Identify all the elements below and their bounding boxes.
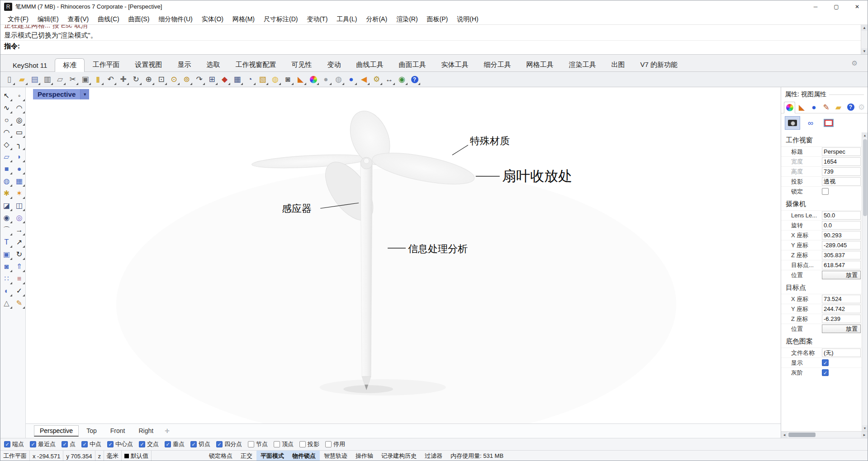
folder-tab-icon[interactable]: ▰ [833,101,844,113]
lamp-icon[interactable]: ◍ [269,73,281,85]
property-value[interactable]: 618.547 [822,261,861,269]
osnap-checkbox[interactable]: ✓ [81,441,88,447]
viewport-tab[interactable]: Right [133,425,159,437]
dimension-icon[interactable]: ↔ [383,73,395,85]
array-linear-icon[interactable]: ≡ [14,273,25,285]
render-sphere-blue-icon[interactable]: ● [345,73,357,85]
viewport-label-text[interactable]: Perspective [33,89,80,99]
menu-item[interactable]: 面板(P) [422,13,453,25]
property-checkbox[interactable]: ✓ [822,359,829,366]
status-cell[interactable]: 毫米 [104,451,122,461]
ribbon-tab[interactable]: KeyShot 11 [5,59,55,71]
display-mode-cone-icon[interactable]: ◣ [294,73,307,85]
property-value[interactable]: 305.837 [822,251,861,259]
ribbon-tab[interactable]: 曲线工具 [348,58,391,71]
detail-icon[interactable]: ▧ [256,73,269,85]
help-icon[interactable]: ? [408,73,421,85]
rectangle-icon[interactable]: ▭ [14,127,25,138]
osnap-checkbox[interactable]: ✓ [325,441,332,447]
menu-item[interactable]: 网格(M) [228,13,259,25]
extrude-icon[interactable]: ⇑ [14,261,25,273]
boolean-puzzle-icon[interactable]: ✱ [1,188,13,199]
new-file-icon[interactable]: ▯ [3,73,15,85]
hatch-brush-icon[interactable]: ✎ [14,297,25,309]
zoom-dynamic-icon[interactable]: ⊕ [142,73,155,85]
print-icon[interactable]: ▥ [41,73,53,85]
osnap-toggle[interactable]: ✓ 停用 [325,440,345,448]
zoom-window-icon[interactable]: ⊡ [155,73,167,85]
menu-item[interactable]: 实体(O) [197,13,228,25]
osnap-toggle[interactable]: ✓ 垂点 [165,440,185,448]
menu-item[interactable]: 细分物件(U) [154,13,197,25]
ribbon-tab[interactable]: 实体工具 [433,58,476,71]
ribbon-tab[interactable]: 选取 [199,58,228,71]
circles-overlap-icon[interactable]: ◎ [14,212,25,224]
status-cell[interactable]: x -294.571 [30,451,63,461]
viewport-props-icon[interactable] [785,116,800,130]
scale-icon[interactable]: ↗ [14,236,25,248]
perspective-viewport[interactable]: Perspective ▼ [26,87,781,423]
check-objects-icon[interactable]: ✓ [14,285,25,297]
cut-icon[interactable]: ✂ [66,73,79,85]
osnap-checkbox[interactable]: ✓ [30,441,36,447]
surface-grid-icon[interactable]: ▦ [14,175,25,187]
help-tab-icon[interactable]: ? [845,101,856,113]
osnap-toggle[interactable]: ✓ 投影 [299,440,319,448]
menu-item[interactable]: 尺寸标注(D) [259,13,302,25]
osnap-toggle[interactable]: ✓ 四分点 [216,440,242,448]
fillet-curve-icon[interactable]: ⌒ [1,224,13,236]
pan-icon[interactable]: ✚ [117,73,129,85]
color-wheel-icon[interactable] [307,73,319,85]
property-value[interactable]: 0.0 [822,221,861,230]
property-checkbox[interactable]: ✓ [822,369,829,376]
property-value[interactable]: -289.045 [822,241,861,249]
status-toggle[interactable]: 记录建构历史 [377,451,421,461]
osnap-checkbox[interactable]: ✓ [299,441,306,447]
osnap-toggle[interactable]: ✓ 顶点 [274,440,294,448]
osnap-checkbox[interactable]: ✓ [190,441,197,447]
menu-item[interactable]: 说明(H) [452,13,483,25]
paste-icon[interactable]: ▮ [92,73,104,85]
osnap-toggle[interactable]: ✓ 切点 [190,440,210,448]
property-checkbox[interactable]: ✓ [822,188,829,195]
point-icon[interactable]: ◦ [14,90,25,102]
earth-icon[interactable]: ◉ [396,73,408,85]
osnap-label[interactable]: 交点 [147,440,159,448]
osnap-label[interactable]: 节点 [256,440,268,448]
property-value[interactable]: 透视 [822,177,861,186]
open-file-icon[interactable]: ▰ [16,73,28,85]
osnap-label[interactable]: 垂点 [173,440,185,448]
cylinder-icon[interactable]: ◍ [1,175,13,187]
ribbon-tab[interactable]: 工作平面 [85,58,127,71]
panel-vertical-scrollbar[interactable]: ▲ ▼ [862,132,868,431]
osnap-label[interactable]: 点 [70,440,76,448]
ribbon-tab[interactable]: 标准 [55,58,85,72]
ribbon-tab[interactable]: 变动 [319,58,348,71]
lock-icon[interactable]: ◙ [282,73,294,85]
scroll-down-icon[interactable]: ▼ [861,48,868,54]
status-toggle[interactable]: 锁定格点 [205,451,237,461]
undo-view-icon[interactable]: ↷ [193,73,205,85]
status-cell[interactable]: 工作平面 [0,451,30,461]
property-value[interactable]: 90.293 [822,231,861,240]
viewport-label[interactable]: Perspective ▼ [33,89,89,99]
ribbon-tab[interactable]: 工作视窗配置 [228,58,284,71]
curve-through-points-icon[interactable]: ◠ [14,102,25,114]
ribbon-tab[interactable]: 网格工具 [518,58,561,71]
array-rect-icon[interactable]: ∷ [1,273,13,285]
explode-icon[interactable]: ✶ [14,188,25,199]
ribbon-tab[interactable]: 细分工具 [476,58,518,71]
panel-horizontal-scrollbar[interactable]: ◂ ▸ [781,431,868,438]
osnap-checkbox[interactable]: ✓ [216,441,223,447]
panel-gear-icon[interactable]: ⚙ [857,101,866,113]
status-toggle[interactable]: 操作轴 [351,451,377,461]
osnap-checkbox[interactable]: ✓ [139,441,145,447]
viewport-tab[interactable]: Front [104,425,131,437]
arc-icon[interactable]: ◠ [1,127,13,138]
zoom-extents-icon[interactable]: ⊚ [180,73,193,85]
circle-icon[interactable]: ○ [1,114,13,126]
options-gear-icon[interactable]: ⚙ [370,73,383,85]
extend-curve-icon[interactable]: → [14,224,25,236]
scrollbar-thumb[interactable] [788,433,816,437]
property-value[interactable]: Perspec [822,147,861,156]
